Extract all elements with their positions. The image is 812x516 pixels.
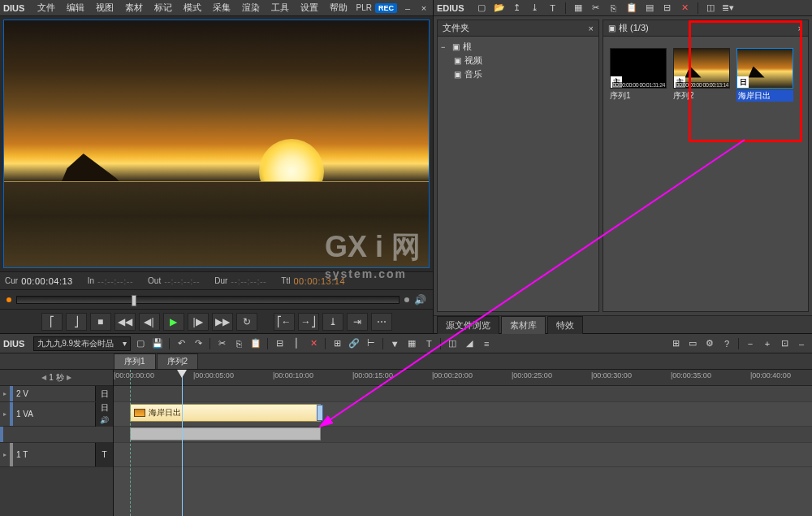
tl-ripple-icon[interactable]: ⊟ — [272, 337, 287, 350]
playhead[interactable] — [182, 370, 183, 516]
clip-item-seq1[interactable]: 主 00:00:00:00 00:01:31:24 序列1 — [610, 48, 667, 102]
timeline-clip[interactable]: 海岸日出 — [130, 404, 321, 422]
clip-item-sunrise[interactable]: 日 海岸日出 — [736, 48, 793, 102]
tree-root[interactable]: − ▣ 根 — [441, 40, 595, 54]
menu-help[interactable]: 帮助 — [325, 0, 352, 15]
tl-split-icon[interactable]: ⎮ — [289, 337, 304, 350]
tl-delete-icon[interactable]: ✕ — [306, 337, 321, 350]
expand-icon[interactable]: ▸ — [0, 390, 10, 397]
tl-title-icon[interactable]: T — [421, 337, 436, 350]
new-seq-icon[interactable]: ▦ — [571, 2, 585, 15]
track-lanes[interactable]: |00:00:00:00|00:00:05:00|00:00:10:00|00:… — [114, 370, 812, 516]
tl-trans-icon[interactable]: ◫ — [445, 337, 460, 350]
tab-source-browse[interactable]: 源文件浏览 — [437, 316, 499, 334]
tree-child-music[interactable]: ▣ 音乐 — [441, 67, 595, 81]
tc-cur-value[interactable]: 00:00:04:13 — [21, 276, 73, 286]
tab-bin[interactable]: 素材库 — [501, 316, 546, 334]
props-icon[interactable]: ▤ — [642, 2, 657, 15]
tl-group-icon[interactable]: ⊞ — [330, 337, 344, 350]
tc-ttl-value[interactable]: 00:00:13:14 — [293, 276, 345, 286]
copy-icon[interactable]: ⎘ — [607, 2, 621, 15]
cut-icon[interactable]: ✂ — [589, 2, 603, 15]
close-icon[interactable]: × — [418, 2, 430, 14]
remove-icon[interactable]: ⊟ — [660, 2, 675, 15]
tl-mixer-icon[interactable]: ≡ — [479, 337, 494, 350]
tl-marker-icon[interactable]: ▼ — [387, 337, 402, 350]
seq-tab-2[interactable]: 序列2 — [157, 353, 199, 369]
next-frame-button[interactable]: |▶ — [188, 313, 209, 331]
scale-left-icon[interactable]: ◀ — [39, 374, 49, 381]
expand-icon[interactable]: ▸ — [0, 410, 10, 418]
track-patch-a[interactable]: 🔊 — [95, 414, 113, 427]
clip-item-seq2[interactable]: 主 00:00:00:00 00:00:13:14 序列2 — [673, 48, 730, 102]
lane-audio[interactable] — [114, 427, 812, 443]
menu-clip[interactable]: 素材 — [120, 0, 148, 15]
timeline-audio-clip[interactable] — [130, 427, 321, 440]
prev-edit-button[interactable]: ⎡← — [274, 313, 295, 331]
tl-zoom-out-icon[interactable]: − — [743, 337, 758, 350]
lane-2v[interactable] — [114, 386, 812, 402]
lane-1va[interactable]: 海岸日出 — [114, 402, 812, 427]
rewind-button[interactable]: ◀◀ — [114, 313, 136, 331]
overwrite-button[interactable]: ⇥ — [347, 313, 368, 331]
view-icon[interactable]: ◫ — [703, 2, 718, 15]
prev-frame-button[interactable]: ◀| — [139, 313, 160, 331]
menu-tools[interactable]: 工具 — [266, 0, 294, 15]
tl-cut-icon[interactable]: ✂ — [214, 337, 229, 350]
new-folder-icon[interactable]: ▢ — [474, 2, 489, 15]
menu-view[interactable]: 视图 — [91, 0, 119, 15]
mark-dot-in[interactable] — [6, 297, 11, 302]
play-button[interactable]: ▶ — [163, 313, 184, 331]
tl-render-icon[interactable]: ▦ — [404, 337, 419, 350]
tl-snap-icon[interactable]: ⊢ — [364, 337, 378, 350]
tree-toggle-icon[interactable]: − — [441, 43, 449, 51]
stop-button[interactable]: ■ — [90, 313, 111, 331]
insert-button[interactable]: ⤓ — [322, 313, 343, 331]
menu-marker[interactable]: 标记 — [149, 0, 177, 15]
tl-display-icon[interactable]: ⊞ — [668, 337, 683, 350]
open-icon[interactable]: 📂 — [492, 2, 507, 15]
title-icon[interactable]: T — [546, 2, 560, 15]
loop-button[interactable]: ↻ — [236, 313, 257, 331]
replace-button[interactable]: ⋯ — [371, 313, 392, 331]
fforward-button[interactable]: ▶▶ — [212, 313, 233, 331]
delete-icon[interactable]: ✕ — [678, 2, 693, 15]
import-icon[interactable]: ⤓ — [528, 2, 542, 15]
clip-trim-handle[interactable] — [317, 405, 323, 421]
track-header-1t[interactable]: ▸ 1 T T — [0, 443, 113, 467]
time-ruler[interactable]: |00:00:00:00|00:00:05:00|00:00:10:00|00:… — [114, 370, 812, 386]
menu-capture[interactable]: 采集 — [208, 0, 235, 15]
tl-undo-icon[interactable]: ↶ — [174, 337, 188, 350]
tc-in-value[interactable]: --:--:--:-- — [97, 276, 133, 286]
tree-child-video[interactable]: ▣ 视频 — [441, 54, 595, 67]
rec-badge[interactable]: REC — [375, 3, 397, 13]
tl-settings-icon[interactable]: ⚙ — [702, 337, 717, 350]
up-icon[interactable]: ↥ — [510, 2, 525, 15]
next-edit-button[interactable]: →⎦ — [298, 313, 319, 331]
track-header-1va[interactable]: ▸ 1 VA 日 🔊 — [0, 402, 113, 427]
tl-monitor-icon[interactable]: ▭ — [685, 337, 700, 350]
tl-save-icon[interactable]: 💾 — [150, 337, 165, 350]
tl-zoom-in-icon[interactable]: + — [760, 337, 775, 350]
tl-fit-icon[interactable]: ⊡ — [777, 337, 792, 350]
track-patch[interactable]: T — [95, 443, 113, 466]
tc-dur-value[interactable]: --:--:--:-- — [231, 276, 266, 286]
audio-icon[interactable]: 🔊 — [414, 294, 426, 306]
tl-new-icon[interactable]: ▢ — [133, 337, 148, 350]
tl-help-icon[interactable]: ? — [719, 337, 734, 350]
tl-redo-icon[interactable]: ↷ — [191, 337, 205, 350]
tl-paste-icon[interactable]: 📋 — [248, 337, 263, 350]
paste-icon[interactable]: 📋 — [624, 2, 639, 15]
tl-minimize-icon[interactable]: – — [794, 337, 809, 350]
sequence-name-field[interactable]: 九九九9.9发布会时品▾ — [33, 336, 131, 351]
expand-icon[interactable]: ▸ — [0, 451, 10, 458]
track-header-2v[interactable]: ▸ 2 V 日 — [0, 386, 113, 402]
tab-effects[interactable]: 特效 — [547, 316, 583, 334]
tl-fade-icon[interactable]: ◢ — [462, 337, 477, 350]
tl-link-icon[interactable]: 🔗 — [347, 337, 361, 350]
scale-right-icon[interactable]: ▶ — [64, 374, 74, 381]
tc-out-value[interactable]: --:--:--:-- — [164, 276, 200, 286]
menu-render[interactable]: 渲染 — [237, 0, 265, 15]
minimize-icon[interactable]: – — [402, 2, 413, 14]
set-in-button[interactable]: ⎡ — [41, 313, 63, 331]
